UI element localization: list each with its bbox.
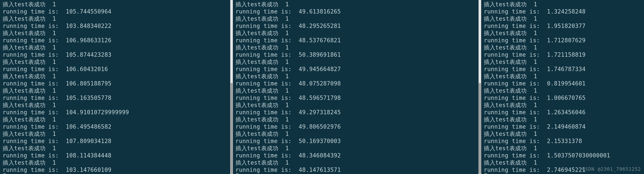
insert-success-line: 插入test表成功 1 [236,58,478,66]
insert-success-line: 插入test表成功 1 [2,73,230,80]
insert-success-line: 插入test表成功 1 [236,87,478,95]
running-time-line: running time is: 106.968633126 [2,37,230,44]
running-time-line: running time is: 2.15331378 [484,138,644,145]
running-time-line: running time is: 1.721158819 [484,51,644,58]
insert-success-line: 插入test表成功 1 [484,1,644,8]
running-time-line: running time is: 49.806502976 [236,123,478,130]
insert-success-line: 插入test表成功 1 [236,116,478,123]
running-time-line: running time is: 48.147613571 [236,166,478,173]
insert-success-line: 插入test表成功 1 [2,87,230,95]
insert-success-line: 插入test表成功 1 [2,130,230,138]
running-time-line: running time is: 108.114384448 [2,152,230,159]
insert-success-line: 插入test表成功 1 [484,73,644,80]
running-time-line: running time is: 106.495486582 [2,123,230,130]
scrollbar-thumb[interactable] [479,83,481,174]
running-time-line: running time is: 106.60432016 [2,66,230,73]
running-time-line: running time is: 48.596571798 [236,95,478,102]
running-time-line: running time is: 0.819954601 [484,80,644,87]
insert-success-line: 插入test表成功 1 [2,30,230,37]
insert-success-line: 插入test表成功 1 [236,130,478,138]
running-time-line: running time is: 1.324258248 [484,8,644,15]
running-time-line: running time is: 48.075287098 [236,80,478,87]
running-time-line: running time is: 49.613816265 [236,8,478,15]
terminal-output[interactable]: 插入test表成功 1running time is: 1.324258248插… [481,0,644,174]
running-time-line: running time is: 48.295265281 [236,23,478,30]
running-time-line: running time is: 49.297318245 [236,109,478,116]
watermark: CSDN @2301_79651252 [582,165,641,173]
insert-success-line: 插入test表成功 1 [2,145,230,152]
running-time-line: running time is: 2.149460874 [484,123,644,130]
insert-success-line: 插入test表成功 1 [484,116,644,123]
running-time-line: running time is: 48.537676821 [236,37,478,44]
running-time-line: running time is: 103.147660109 [2,166,230,173]
insert-success-line: 插入test表成功 1 [484,130,644,138]
running-time-line: running time is: 1.5037507030000001 [484,152,644,159]
running-time-line: running time is: 50.169370003 [236,138,478,145]
insert-success-line: 插入test表成功 1 [236,44,478,51]
terminal-panes: 插入test表成功 1running time is: 105.74455096… [0,0,644,174]
insert-success-line: 插入test表成功 1 [2,102,230,109]
insert-success-line: 插入test表成功 1 [2,58,230,66]
insert-success-line: 插入test表成功 1 [2,1,230,8]
running-time-line: running time is: 105.163505778 [2,95,230,102]
insert-success-line: 插入test表成功 1 [236,145,478,152]
running-time-line: running time is: 107.809034128 [2,138,230,145]
running-time-line: running time is: 105.744550964 [2,8,230,15]
scrollbar[interactable] [230,0,233,174]
insert-success-line: 插入test表成功 1 [484,30,644,37]
running-time-line: running time is: 106.805188795 [2,80,230,87]
running-time-line: running time is: 1.951820377 [484,23,644,30]
running-time-line: running time is: 1.746787334 [484,66,644,73]
insert-success-line: 插入test表成功 1 [236,30,478,37]
scrollbar-thumb[interactable] [230,83,233,174]
insert-success-line: 插入test表成功 1 [484,145,644,152]
scrollbar[interactable] [478,0,481,174]
pane-2: 插入test表成功 1running time is: 49.613816265… [230,0,478,174]
insert-success-line: 插入test表成功 1 [484,44,644,51]
insert-success-line: 插入test表成功 1 [236,159,478,166]
running-time-line: running time is: 49.945664827 [236,66,478,73]
insert-success-line: 插入test表成功 1 [484,58,644,66]
insert-success-line: 插入test表成功 1 [2,159,230,166]
insert-success-line: 插入test表成功 1 [2,15,230,23]
insert-success-line: 插入test表成功 1 [236,1,478,8]
insert-success-line: 插入test表成功 1 [236,73,478,80]
pane-1: 插入test表成功 1running time is: 105.74455096… [0,0,230,174]
insert-success-line: 插入test表成功 1 [2,116,230,123]
insert-success-line: 插入test表成功 1 [484,102,644,109]
terminal-output[interactable]: 插入test表成功 1running time is: 49.613816265… [233,0,478,174]
running-time-line: running time is: 48.346084392 [236,152,478,159]
running-time-line: running time is: 1.006670765 [484,95,644,102]
pane-3: 插入test表成功 1running time is: 1.324258248插… [478,0,644,174]
insert-success-line: 插入test表成功 1 [2,44,230,51]
insert-success-line: 插入test表成功 1 [236,102,478,109]
insert-success-line: 插入test表成功 1 [484,15,644,23]
running-time-line: running time is: 104.91010729999999 [2,109,230,116]
running-time-line: running time is: 103.848340222 [2,23,230,30]
insert-success-line: 插入test表成功 1 [484,87,644,95]
running-time-line: running time is: 1.712807629 [484,37,644,44]
insert-success-line: 插入test表成功 1 [236,15,478,23]
running-time-line: running time is: 50.389691861 [236,51,478,58]
terminal-output[interactable]: 插入test表成功 1running time is: 105.74455096… [0,0,230,174]
running-time-line: running time is: 105.874423283 [2,51,230,58]
running-time-line: running time is: 1.263456046 [484,109,644,116]
